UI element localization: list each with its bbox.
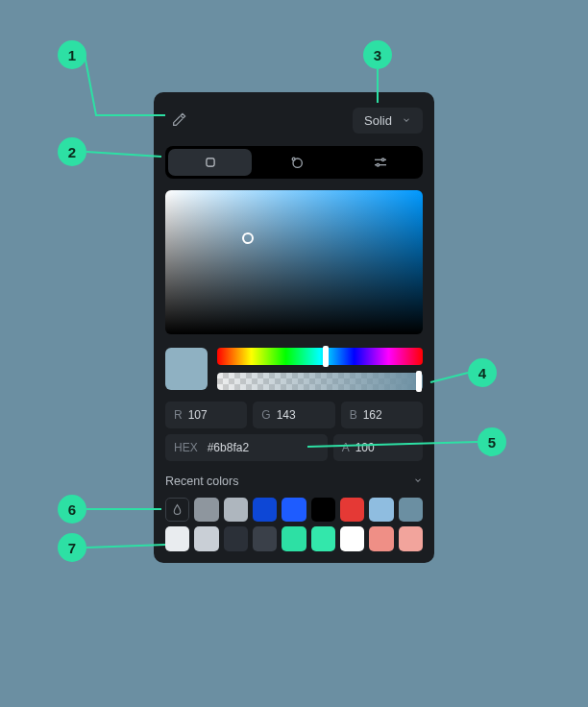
mode-tab-wheel[interactable] — [255, 146, 338, 179]
alpha-value: 100 — [355, 441, 375, 454]
annotation-7: 7 — [58, 533, 86, 562]
sliders-icon — [373, 155, 388, 170]
annotation-4: 4 — [468, 358, 497, 387]
swatch[interactable] — [369, 526, 393, 550]
svg-rect-0 — [207, 158, 214, 166]
fill-type-dropdown[interactable]: Solid — [353, 108, 423, 134]
swatch[interactable] — [253, 498, 277, 522]
alpha-label: A — [342, 441, 350, 454]
alpha-input[interactable]: A 100 — [333, 434, 423, 461]
g-label: G — [261, 408, 270, 422]
saturation-value-area[interactable] — [165, 190, 423, 334]
swatch[interactable] — [369, 498, 393, 522]
swatch[interactable] — [282, 526, 306, 550]
swatch[interactable] — [194, 498, 218, 522]
droplet-icon — [171, 503, 184, 516]
swatch[interactable] — [399, 498, 423, 522]
b-input[interactable]: B 162 — [341, 402, 423, 428]
swatch[interactable] — [311, 526, 335, 550]
ring-icon — [289, 155, 305, 170]
mode-tab-sliders[interactable] — [339, 146, 423, 179]
g-value: 143 — [277, 408, 296, 422]
svg-point-6 — [377, 163, 380, 166]
hue-thumb[interactable] — [323, 346, 329, 367]
swatch[interactable] — [194, 526, 218, 550]
g-input[interactable]: G 143 — [253, 402, 334, 428]
swatch[interactable] — [253, 526, 277, 550]
r-label: R — [174, 408, 183, 422]
eyedropper-icon — [171, 112, 186, 128]
swatch[interactable] — [399, 526, 423, 550]
sliders-column — [217, 348, 423, 390]
b-value: 162 — [363, 408, 382, 422]
annotation-5: 5 — [478, 427, 506, 456]
rgb-inputs-row: R 107 G 143 B 162 — [165, 402, 423, 428]
r-value: 107 — [188, 408, 208, 422]
swatch[interactable] — [340, 498, 364, 522]
fill-type-label: Solid — [364, 113, 392, 128]
recent-colors-label: Recent colors — [165, 475, 238, 488]
annotation-6: 6 — [58, 495, 86, 524]
color-picker-panel: Solid — [154, 92, 434, 563]
hex-alpha-row: HEX #6b8fa2 A 100 — [165, 434, 423, 461]
mode-tab-spectrum[interactable] — [168, 149, 252, 176]
alpha-thumb[interactable] — [416, 371, 422, 392]
hex-input[interactable]: HEX #6b8fa2 — [165, 434, 328, 461]
top-row: Solid — [165, 104, 423, 136]
mode-tabs — [165, 146, 423, 179]
annotation-1: 1 — [58, 40, 86, 69]
annotation-2: 2 — [58, 137, 86, 166]
recent-swatches-grid — [165, 498, 423, 551]
r-input[interactable]: R 107 — [165, 402, 247, 428]
swatch[interactable] — [340, 526, 364, 550]
chevron-down-icon — [402, 113, 411, 128]
svg-point-4 — [382, 158, 385, 161]
swatch[interactable] — [311, 498, 335, 522]
eyedropper-button[interactable] — [165, 107, 192, 134]
hue-slider[interactable] — [217, 348, 423, 365]
annotation-3: 3 — [363, 40, 392, 69]
hex-label: HEX — [174, 441, 198, 454]
b-label: B — [350, 408, 357, 422]
square-icon — [204, 156, 217, 169]
alpha-slider[interactable] — [217, 373, 423, 390]
swatch[interactable] — [165, 526, 189, 550]
hex-value: #6b8fa2 — [208, 441, 249, 454]
color-preview-swatch — [165, 348, 208, 390]
chevron-down-icon — [413, 475, 423, 488]
swatch[interactable] — [282, 498, 306, 522]
swatch[interactable] — [224, 526, 248, 550]
recent-colors-header[interactable]: Recent colors — [165, 475, 423, 488]
sv-thumb[interactable] — [242, 232, 254, 244]
sliders-row — [165, 348, 423, 390]
svg-point-2 — [292, 158, 295, 160]
swatch-none[interactable] — [165, 498, 189, 522]
swatch[interactable] — [224, 498, 248, 522]
